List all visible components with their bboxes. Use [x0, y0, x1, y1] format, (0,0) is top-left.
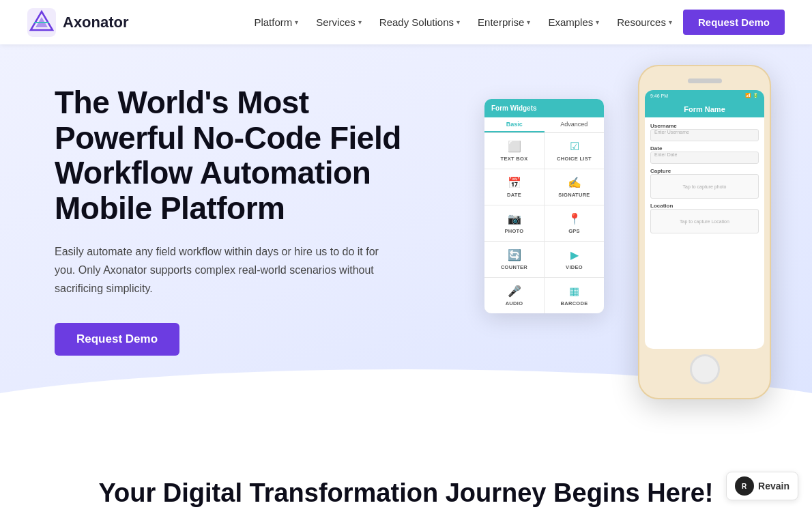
- brand-name: Axonator: [63, 14, 129, 31]
- nav-item-enterprise[interactable]: Enterprise ▾: [471, 12, 537, 32]
- form-field-label: Capture: [650, 168, 759, 174]
- chevron-down-icon: ▾: [527, 18, 530, 26]
- nav-cta-item[interactable]: Request Demo: [683, 10, 785, 35]
- tab-advanced[interactable]: Advanced: [545, 117, 605, 132]
- nav-item-services[interactable]: Services ▾: [309, 12, 368, 32]
- phone-home-button[interactable]: [690, 354, 720, 384]
- widget-cell[interactable]: ✍SIGNATURE: [545, 169, 604, 205]
- nav-item-platform[interactable]: Platform ▾: [247, 12, 305, 32]
- hero-description: Easily automate any field workflow withi…: [55, 242, 396, 298]
- nav-item-examples[interactable]: Examples ▾: [541, 12, 606, 32]
- hero-visuals: Form Widgets Basic Advanced ⬜TEXT BOX☑CH…: [484, 65, 771, 406]
- widget-label: DATE: [507, 192, 521, 198]
- chevron-down-icon: ▾: [669, 18, 672, 26]
- widget-cell[interactable]: 🔄COUNTER: [484, 242, 544, 277]
- hero-title: The World's Most Powerful No-Code Field …: [55, 85, 437, 226]
- widget-label: GPS: [568, 228, 580, 234]
- bottom-section: Your Digital Transformation Journey Begi…: [0, 438, 812, 514]
- logo-link[interactable]: Axonator: [27, 8, 129, 37]
- widget-icon: ▶: [570, 248, 579, 261]
- widget-label: AUDIO: [506, 300, 523, 306]
- form-field: LocationTap to capture Location: [650, 203, 759, 233]
- widget-icon: ✍: [568, 176, 581, 189]
- widget-label: COUNTER: [501, 264, 527, 270]
- widget-cell[interactable]: ▶VIDEO: [545, 242, 604, 277]
- widget-cell[interactable]: ⬜TEXT BOX: [484, 133, 544, 169]
- hero-request-demo-button[interactable]: Request Demo: [55, 323, 179, 356]
- widget-cell[interactable]: 📅DATE: [484, 169, 544, 205]
- form-field: UsernameEnter Username: [650, 123, 759, 141]
- hero-section: The World's Most Powerful No-Code Field …: [0, 44, 812, 438]
- form-field: DateEnter Date: [650, 145, 759, 164]
- chevron-down-icon: ▾: [295, 18, 298, 26]
- widget-grid: ⬜TEXT BOX☑CHOICE LIST📅DATE✍SIGNATURE📷PHO…: [484, 133, 604, 313]
- chevron-down-icon: ▾: [596, 18, 599, 26]
- phone-status-bar: 9:46 PM 📶 🔋: [645, 90, 764, 101]
- phone-screen: 9:46 PM 📶 🔋 Form Name UsernameEnter User…: [645, 90, 764, 349]
- widget-icon: 📍: [568, 212, 581, 225]
- phone-form-header: Form Name: [645, 101, 764, 117]
- phone-notch: [688, 78, 722, 83]
- widget-icon: 📷: [508, 212, 521, 225]
- navbar: Axonator Platform ▾ Services ▾ Ready Sol…: [0, 0, 812, 44]
- phone-mockup: 9:46 PM 📶 🔋 Form Name UsernameEnter User…: [638, 65, 771, 399]
- widget-label: PHOTO: [504, 228, 523, 234]
- tablet-header: Form Widgets: [484, 99, 604, 117]
- form-field-label: Username: [650, 123, 759, 129]
- hero-content: The World's Most Powerful No-Code Field …: [55, 85, 437, 356]
- widget-icon: ▦: [569, 285, 579, 298]
- axonator-logo-icon: [27, 8, 56, 37]
- widget-icon: 📅: [508, 176, 521, 189]
- widget-label: CHOICE LIST: [557, 156, 592, 162]
- form-field-label: Location: [650, 203, 759, 209]
- widget-icon: 🔄: [508, 248, 521, 261]
- widget-label: SIGNATURE: [558, 192, 590, 198]
- chevron-down-icon: ▾: [358, 18, 362, 26]
- form-field-label: Date: [650, 145, 759, 152]
- widget-cell[interactable]: ▦BARCODE: [545, 278, 604, 313]
- nav-item-ready-solutions[interactable]: Ready Solutions ▾: [373, 12, 467, 32]
- widget-icon: ⬜: [508, 140, 521, 153]
- form-field-capture[interactable]: Tap to capture Location: [650, 209, 759, 233]
- widget-label: TEXT BOX: [501, 156, 528, 162]
- nav-request-demo-button[interactable]: Request Demo: [683, 10, 785, 35]
- nav-item-resources[interactable]: Resources ▾: [610, 12, 679, 32]
- widget-label: BARCODE: [560, 300, 588, 306]
- nav-links: Platform ▾ Services ▾ Ready Solutions ▾ …: [247, 10, 785, 35]
- widget-label: VIDEO: [566, 264, 583, 270]
- revain-logo-icon: R: [735, 476, 754, 496]
- widget-icon: ☑: [570, 140, 579, 153]
- form-field-input[interactable]: Enter Username: [650, 129, 759, 141]
- widget-cell[interactable]: 📷PHOTO: [484, 205, 544, 241]
- svg-text:R: R: [742, 483, 747, 490]
- revain-label: Revain: [758, 481, 789, 491]
- widget-cell[interactable]: 🎤AUDIO: [484, 278, 544, 313]
- widget-cell[interactable]: ☑CHOICE LIST: [545, 133, 604, 169]
- tab-basic[interactable]: Basic: [484, 117, 545, 132]
- revain-badge[interactable]: R Revain: [726, 472, 798, 500]
- tablet-tabs: Basic Advanced: [484, 117, 604, 133]
- form-field: CaptureTap to capture photo: [650, 168, 759, 199]
- phone-form: UsernameEnter UsernameDateEnter DateCapt…: [645, 117, 764, 239]
- form-field-input[interactable]: Enter Date: [650, 152, 759, 164]
- bottom-title: Your Digital Transformation Journey Begi…: [27, 479, 785, 508]
- chevron-down-icon: ▾: [456, 18, 460, 26]
- widget-icon: 🎤: [508, 285, 521, 298]
- form-field-capture[interactable]: Tap to capture photo: [650, 174, 759, 199]
- widget-cell[interactable]: 📍GPS: [545, 205, 604, 241]
- tablet-mockup: Form Widgets Basic Advanced ⬜TEXT BOX☑CH…: [484, 99, 604, 313]
